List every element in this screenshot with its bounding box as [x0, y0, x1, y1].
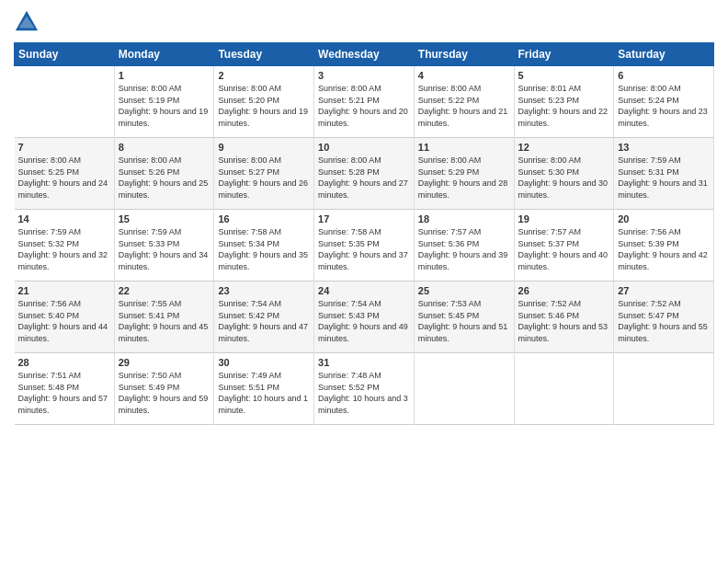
weekday-header-sunday: Sunday: [15, 43, 115, 66]
calendar-cell: 9Sunrise: 8:00 AMSunset: 5:27 PMDaylight…: [214, 138, 314, 210]
day-number: 18: [418, 213, 510, 224]
day-info: Sunrise: 8:00 AMSunset: 5:30 PMDaylight:…: [518, 155, 610, 201]
day-number: 21: [18, 285, 110, 296]
weekday-header-wednesday: Wednesday: [314, 43, 415, 66]
day-info: Sunrise: 8:00 AMSunset: 5:20 PMDaylight:…: [218, 83, 310, 129]
calendar-cell: [414, 353, 514, 425]
day-number: 27: [618, 285, 710, 296]
day-number: 3: [318, 70, 410, 81]
calendar-week-row: 1Sunrise: 8:00 AMSunset: 5:19 PMDaylight…: [15, 66, 714, 138]
calendar-table: SundayMondayTuesdayWednesdayThursdayFrid…: [14, 42, 714, 425]
day-info: Sunrise: 7:59 AMSunset: 5:32 PMDaylight:…: [18, 226, 110, 272]
calendar-cell: 20Sunrise: 7:56 AMSunset: 5:39 PMDayligh…: [614, 210, 714, 282]
day-info: Sunrise: 8:00 AMSunset: 5:19 PMDaylight:…: [119, 83, 210, 129]
calendar-cell: 14Sunrise: 7:59 AMSunset: 5:32 PMDayligh…: [15, 210, 115, 282]
day-info: Sunrise: 7:55 AMSunset: 5:41 PMDaylight:…: [119, 298, 210, 344]
day-info: Sunrise: 7:52 AMSunset: 5:47 PMDaylight:…: [618, 298, 710, 344]
day-info: Sunrise: 7:58 AMSunset: 5:35 PMDaylight:…: [318, 226, 410, 272]
day-number: 9: [218, 142, 310, 153]
calendar-cell: [15, 66, 115, 138]
calendar-cell: 10Sunrise: 8:00 AMSunset: 5:28 PMDayligh…: [314, 138, 415, 210]
day-number: 25: [418, 285, 510, 296]
day-info: Sunrise: 8:00 AMSunset: 5:27 PMDaylight:…: [218, 155, 310, 201]
day-info: Sunrise: 7:51 AMSunset: 5:48 PMDaylight:…: [18, 370, 110, 416]
calendar-cell: 28Sunrise: 7:51 AMSunset: 5:48 PMDayligh…: [15, 353, 115, 425]
calendar-cell: 30Sunrise: 7:49 AMSunset: 5:51 PMDayligh…: [214, 353, 314, 425]
calendar-cell: [614, 353, 714, 425]
day-number: 28: [18, 357, 110, 368]
calendar-cell: 27Sunrise: 7:52 AMSunset: 5:47 PMDayligh…: [614, 282, 714, 353]
logo-icon: [14, 9, 40, 35]
day-number: 15: [119, 213, 210, 224]
calendar-cell: 7Sunrise: 8:00 AMSunset: 5:25 PMDaylight…: [15, 138, 115, 210]
weekday-header-row: SundayMondayTuesdayWednesdayThursdayFrid…: [15, 43, 714, 66]
day-number: 6: [618, 70, 710, 81]
calendar-cell: 23Sunrise: 7:54 AMSunset: 5:42 PMDayligh…: [214, 282, 314, 353]
day-info: Sunrise: 8:00 AMSunset: 5:26 PMDaylight:…: [119, 155, 210, 201]
day-info: Sunrise: 8:00 AMSunset: 5:24 PMDaylight:…: [618, 83, 710, 129]
day-number: 10: [318, 142, 410, 153]
day-number: 19: [518, 213, 610, 224]
day-info: Sunrise: 7:58 AMSunset: 5:34 PMDaylight:…: [218, 226, 310, 272]
calendar-cell: 6Sunrise: 8:00 AMSunset: 5:24 PMDaylight…: [614, 66, 714, 138]
day-number: 16: [218, 213, 310, 224]
calendar-cell: 5Sunrise: 8:01 AMSunset: 5:23 PMDaylight…: [514, 66, 614, 138]
day-number: 22: [119, 285, 210, 296]
calendar-cell: 16Sunrise: 7:58 AMSunset: 5:34 PMDayligh…: [214, 210, 314, 282]
page-container: SundayMondayTuesdayWednesdayThursdayFrid…: [0, 0, 728, 434]
day-info: Sunrise: 8:00 AMSunset: 5:22 PMDaylight:…: [418, 83, 510, 129]
day-info: Sunrise: 8:00 AMSunset: 5:28 PMDaylight:…: [318, 155, 410, 201]
calendar-cell: 24Sunrise: 7:54 AMSunset: 5:43 PMDayligh…: [314, 282, 415, 353]
day-info: Sunrise: 8:00 AMSunset: 5:25 PMDaylight:…: [18, 155, 110, 201]
day-info: Sunrise: 8:00 AMSunset: 5:29 PMDaylight:…: [418, 155, 510, 201]
day-info: Sunrise: 7:52 AMSunset: 5:46 PMDaylight:…: [518, 298, 610, 344]
calendar-cell: 8Sunrise: 8:00 AMSunset: 5:26 PMDaylight…: [114, 138, 214, 210]
calendar-cell: 17Sunrise: 7:58 AMSunset: 5:35 PMDayligh…: [314, 210, 415, 282]
logo: [14, 9, 43, 35]
day-info: Sunrise: 8:00 AMSunset: 5:21 PMDaylight:…: [318, 83, 410, 129]
day-info: Sunrise: 7:50 AMSunset: 5:49 PMDaylight:…: [119, 370, 210, 416]
day-number: 24: [318, 285, 410, 296]
day-number: 4: [418, 70, 510, 81]
calendar-cell: 13Sunrise: 7:59 AMSunset: 5:31 PMDayligh…: [614, 138, 714, 210]
day-number: 5: [518, 70, 610, 81]
day-info: Sunrise: 7:54 AMSunset: 5:43 PMDaylight:…: [318, 298, 410, 344]
calendar-cell: 19Sunrise: 7:57 AMSunset: 5:37 PMDayligh…: [514, 210, 614, 282]
day-info: Sunrise: 8:01 AMSunset: 5:23 PMDaylight:…: [518, 83, 610, 129]
calendar-cell: 21Sunrise: 7:56 AMSunset: 5:40 PMDayligh…: [15, 282, 115, 353]
day-number: 11: [418, 142, 510, 153]
weekday-header-friday: Friday: [514, 43, 614, 66]
day-number: 31: [318, 357, 410, 368]
calendar-cell: 29Sunrise: 7:50 AMSunset: 5:49 PMDayligh…: [114, 353, 214, 425]
day-info: Sunrise: 7:57 AMSunset: 5:37 PMDaylight:…: [518, 226, 610, 272]
day-info: Sunrise: 7:49 AMSunset: 5:51 PMDaylight:…: [218, 370, 310, 416]
day-info: Sunrise: 7:59 AMSunset: 5:31 PMDaylight:…: [618, 155, 710, 201]
day-number: 23: [218, 285, 310, 296]
calendar-week-row: 7Sunrise: 8:00 AMSunset: 5:25 PMDaylight…: [15, 138, 714, 210]
day-number: 1: [119, 70, 210, 81]
calendar-cell: 18Sunrise: 7:57 AMSunset: 5:36 PMDayligh…: [414, 210, 514, 282]
weekday-header-monday: Monday: [114, 43, 214, 66]
calendar-cell: 4Sunrise: 8:00 AMSunset: 5:22 PMDaylight…: [414, 66, 514, 138]
day-number: 14: [18, 213, 110, 224]
day-number: 26: [518, 285, 610, 296]
weekday-header-saturday: Saturday: [614, 43, 714, 66]
calendar-cell: 12Sunrise: 8:00 AMSunset: 5:30 PMDayligh…: [514, 138, 614, 210]
day-info: Sunrise: 7:57 AMSunset: 5:36 PMDaylight:…: [418, 226, 510, 272]
calendar-cell: 15Sunrise: 7:59 AMSunset: 5:33 PMDayligh…: [114, 210, 214, 282]
day-number: 2: [218, 70, 310, 81]
day-number: 13: [618, 142, 710, 153]
day-number: 29: [119, 357, 210, 368]
day-info: Sunrise: 7:56 AMSunset: 5:39 PMDaylight:…: [618, 226, 710, 272]
calendar-cell: 22Sunrise: 7:55 AMSunset: 5:41 PMDayligh…: [114, 282, 214, 353]
weekday-header-thursday: Thursday: [414, 43, 514, 66]
day-info: Sunrise: 7:56 AMSunset: 5:40 PMDaylight:…: [18, 298, 110, 344]
day-info: Sunrise: 7:53 AMSunset: 5:45 PMDaylight:…: [418, 298, 510, 344]
calendar-cell: 25Sunrise: 7:53 AMSunset: 5:45 PMDayligh…: [414, 282, 514, 353]
day-info: Sunrise: 7:54 AMSunset: 5:42 PMDaylight:…: [218, 298, 310, 344]
calendar-cell: 31Sunrise: 7:48 AMSunset: 5:52 PMDayligh…: [314, 353, 415, 425]
day-info: Sunrise: 7:48 AMSunset: 5:52 PMDaylight:…: [318, 370, 410, 416]
day-number: 8: [119, 142, 210, 153]
calendar-cell: 11Sunrise: 8:00 AMSunset: 5:29 PMDayligh…: [414, 138, 514, 210]
weekday-header-tuesday: Tuesday: [214, 43, 314, 66]
